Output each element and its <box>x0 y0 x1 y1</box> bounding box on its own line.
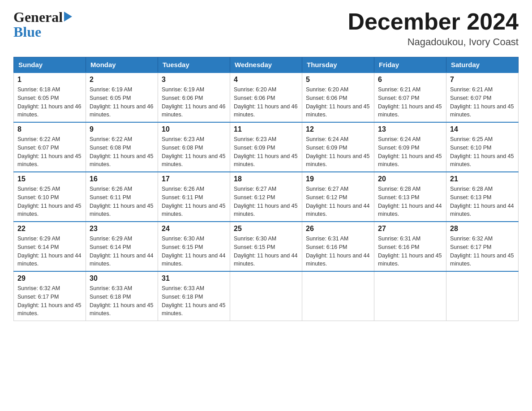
month-title: December 2024 <box>348 9 519 34</box>
day-info: Sunrise: 6:33 AM Sunset: 6:18 PM Dayligh… <box>90 284 154 318</box>
day-info: Sunrise: 6:25 AM Sunset: 6:10 PM Dayligh… <box>450 135 515 169</box>
col-friday: Friday <box>374 57 446 73</box>
table-row: 16 Sunrise: 6:26 AM Sunset: 6:11 PM Dayl… <box>86 172 158 222</box>
day-info: Sunrise: 6:26 AM Sunset: 6:11 PM Dayligh… <box>162 185 226 218</box>
calendar-header-row: Sunday Monday Tuesday Wednesday Thursday… <box>14 57 519 73</box>
day-info: Sunrise: 6:24 AM Sunset: 6:09 PM Dayligh… <box>306 135 370 169</box>
day-info: Sunrise: 6:29 AM Sunset: 6:14 PM Dayligh… <box>90 235 154 268</box>
day-number: 22 <box>17 225 82 233</box>
table-row: 27 Sunrise: 6:31 AM Sunset: 6:16 PM Dayl… <box>374 222 446 271</box>
day-number: 5 <box>306 76 370 84</box>
day-number: 2 <box>90 76 154 84</box>
page-header: General Blue December 2024 Nagadoukou, I… <box>13 9 519 48</box>
day-info: Sunrise: 6:20 AM Sunset: 6:06 PM Dayligh… <box>306 86 370 119</box>
day-number: 20 <box>378 175 442 183</box>
calendar-week-row: 22 Sunrise: 6:29 AM Sunset: 6:14 PM Dayl… <box>14 222 519 271</box>
table-row: 17 Sunrise: 6:26 AM Sunset: 6:11 PM Dayl… <box>158 172 230 222</box>
day-number: 24 <box>162 225 226 233</box>
table-row: 10 Sunrise: 6:23 AM Sunset: 6:08 PM Dayl… <box>158 122 230 172</box>
calendar-table: Sunday Monday Tuesday Wednesday Thursday… <box>13 57 519 321</box>
day-info: Sunrise: 6:29 AM Sunset: 6:14 PM Dayligh… <box>17 235 82 268</box>
table-row <box>230 271 302 321</box>
day-number: 7 <box>450 76 515 84</box>
table-row: 29 Sunrise: 6:32 AM Sunset: 6:17 PM Dayl… <box>14 271 86 321</box>
day-info: Sunrise: 6:31 AM Sunset: 6:16 PM Dayligh… <box>378 235 442 268</box>
col-monday: Monday <box>86 57 158 73</box>
day-number: 19 <box>306 175 370 183</box>
day-info: Sunrise: 6:31 AM Sunset: 6:16 PM Dayligh… <box>306 235 370 268</box>
day-info: Sunrise: 6:22 AM Sunset: 6:07 PM Dayligh… <box>17 135 82 169</box>
table-row: 11 Sunrise: 6:23 AM Sunset: 6:09 PM Dayl… <box>230 122 302 172</box>
day-info: Sunrise: 6:21 AM Sunset: 6:07 PM Dayligh… <box>378 86 442 119</box>
day-info: Sunrise: 6:18 AM Sunset: 6:05 PM Dayligh… <box>17 86 82 119</box>
location-text: Nagadoukou, Ivory Coast <box>348 36 519 48</box>
day-number: 6 <box>378 76 442 84</box>
day-info: Sunrise: 6:26 AM Sunset: 6:11 PM Dayligh… <box>90 185 154 218</box>
logo-arrow-icon <box>64 12 72 23</box>
table-row: 4 Sunrise: 6:20 AM Sunset: 6:06 PM Dayli… <box>230 73 302 122</box>
day-number: 27 <box>378 225 442 233</box>
table-row: 6 Sunrise: 6:21 AM Sunset: 6:07 PM Dayli… <box>374 73 446 122</box>
day-info: Sunrise: 6:27 AM Sunset: 6:12 PM Dayligh… <box>234 185 298 218</box>
day-info: Sunrise: 6:19 AM Sunset: 6:06 PM Dayligh… <box>162 86 226 119</box>
day-number: 10 <box>162 125 226 133</box>
table-row: 5 Sunrise: 6:20 AM Sunset: 6:06 PM Dayli… <box>302 73 374 122</box>
table-row: 15 Sunrise: 6:25 AM Sunset: 6:10 PM Dayl… <box>14 172 86 222</box>
day-info: Sunrise: 6:20 AM Sunset: 6:06 PM Dayligh… <box>234 86 298 119</box>
day-info: Sunrise: 6:24 AM Sunset: 6:09 PM Dayligh… <box>378 135 442 169</box>
table-row <box>302 271 374 321</box>
table-row: 20 Sunrise: 6:28 AM Sunset: 6:13 PM Dayl… <box>374 172 446 222</box>
day-number: 9 <box>90 125 154 133</box>
day-number: 1 <box>17 76 82 84</box>
col-sunday: Sunday <box>14 57 86 73</box>
day-info: Sunrise: 6:21 AM Sunset: 6:07 PM Dayligh… <box>450 86 515 119</box>
day-info: Sunrise: 6:25 AM Sunset: 6:10 PM Dayligh… <box>17 185 82 218</box>
calendar-week-row: 8 Sunrise: 6:22 AM Sunset: 6:07 PM Dayli… <box>14 122 519 172</box>
table-row: 24 Sunrise: 6:30 AM Sunset: 6:15 PM Dayl… <box>158 222 230 271</box>
day-info: Sunrise: 6:30 AM Sunset: 6:15 PM Dayligh… <box>234 235 298 268</box>
day-info: Sunrise: 6:32 AM Sunset: 6:17 PM Dayligh… <box>17 284 82 318</box>
table-row: 1 Sunrise: 6:18 AM Sunset: 6:05 PM Dayli… <box>14 73 86 122</box>
table-row: 30 Sunrise: 6:33 AM Sunset: 6:18 PM Dayl… <box>86 271 158 321</box>
calendar-week-row: 15 Sunrise: 6:25 AM Sunset: 6:10 PM Dayl… <box>14 172 519 222</box>
day-number: 17 <box>162 175 226 183</box>
day-info: Sunrise: 6:19 AM Sunset: 6:05 PM Dayligh… <box>90 86 154 119</box>
day-info: Sunrise: 6:33 AM Sunset: 6:18 PM Dayligh… <box>162 284 226 318</box>
calendar-week-row: 1 Sunrise: 6:18 AM Sunset: 6:05 PM Dayli… <box>14 73 519 122</box>
day-info: Sunrise: 6:27 AM Sunset: 6:12 PM Dayligh… <box>306 185 370 218</box>
table-row: 7 Sunrise: 6:21 AM Sunset: 6:07 PM Dayli… <box>446 73 519 122</box>
day-number: 21 <box>450 175 515 183</box>
table-row: 25 Sunrise: 6:30 AM Sunset: 6:15 PM Dayl… <box>230 222 302 271</box>
table-row: 3 Sunrise: 6:19 AM Sunset: 6:06 PM Dayli… <box>158 73 230 122</box>
col-thursday: Thursday <box>302 57 374 73</box>
table-row: 26 Sunrise: 6:31 AM Sunset: 6:16 PM Dayl… <box>302 222 374 271</box>
logo-blue-text: Blue <box>13 24 72 40</box>
day-info: Sunrise: 6:22 AM Sunset: 6:08 PM Dayligh… <box>90 135 154 169</box>
table-row: 18 Sunrise: 6:27 AM Sunset: 6:12 PM Dayl… <box>230 172 302 222</box>
day-info: Sunrise: 6:23 AM Sunset: 6:08 PM Dayligh… <box>162 135 226 169</box>
col-wednesday: Wednesday <box>230 57 302 73</box>
day-number: 16 <box>90 175 154 183</box>
table-row: 12 Sunrise: 6:24 AM Sunset: 6:09 PM Dayl… <box>302 122 374 172</box>
table-row: 28 Sunrise: 6:32 AM Sunset: 6:17 PM Dayl… <box>446 222 519 271</box>
day-number: 23 <box>90 225 154 233</box>
day-number: 28 <box>450 225 515 233</box>
day-number: 18 <box>234 175 298 183</box>
day-number: 29 <box>17 274 82 283</box>
table-row <box>374 271 446 321</box>
day-number: 11 <box>234 125 298 133</box>
logo: General Blue <box>13 9 72 40</box>
day-number: 13 <box>378 125 442 133</box>
table-row: 2 Sunrise: 6:19 AM Sunset: 6:05 PM Dayli… <box>86 73 158 122</box>
table-row: 8 Sunrise: 6:22 AM Sunset: 6:07 PM Dayli… <box>14 122 86 172</box>
col-tuesday: Tuesday <box>158 57 230 73</box>
day-info: Sunrise: 6:30 AM Sunset: 6:15 PM Dayligh… <box>162 235 226 268</box>
table-row: 22 Sunrise: 6:29 AM Sunset: 6:14 PM Dayl… <box>14 222 86 271</box>
day-info: Sunrise: 6:23 AM Sunset: 6:09 PM Dayligh… <box>234 135 298 169</box>
svg-marker-0 <box>64 12 72 21</box>
day-number: 4 <box>234 76 298 84</box>
table-row: 19 Sunrise: 6:27 AM Sunset: 6:12 PM Dayl… <box>302 172 374 222</box>
day-number: 30 <box>90 274 154 283</box>
day-number: 14 <box>450 125 515 133</box>
day-number: 25 <box>234 225 298 233</box>
